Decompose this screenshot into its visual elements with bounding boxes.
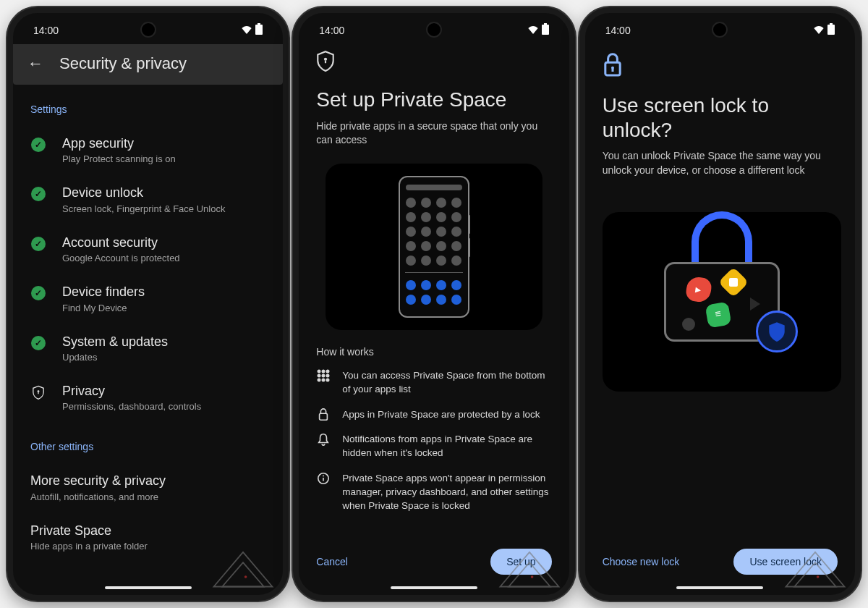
setting-title: More security & privacy bbox=[30, 473, 166, 489]
setting-row-device-finders[interactable]: ✓ Device finders Find My Device bbox=[30, 274, 265, 323]
setting-subtitle: Find My Device bbox=[62, 303, 145, 313]
how-text: Apps in Private Space are protected by a… bbox=[342, 408, 540, 422]
svg-point-23 bbox=[323, 476, 324, 477]
setting-title: Private Space bbox=[30, 523, 148, 539]
section-label-other: Other settings bbox=[30, 441, 265, 452]
setting-title: Privacy bbox=[62, 383, 201, 400]
check-icon: ✓ bbox=[30, 137, 46, 153]
setting-subtitle: Permissions, dashboard, controls bbox=[62, 401, 201, 412]
battery-icon bbox=[255, 23, 263, 37]
app-blob-green bbox=[705, 302, 731, 329]
check-icon: ✓ bbox=[30, 236, 46, 252]
svg-point-9 bbox=[324, 58, 327, 61]
battery-icon bbox=[827, 23, 835, 37]
how-row-protected-lock: Apps in Private Space are protected by a… bbox=[316, 408, 551, 422]
nav-handle[interactable] bbox=[676, 586, 763, 589]
svg-point-17 bbox=[318, 379, 320, 381]
how-row-permission-info: Private Space apps won't appear in permi… bbox=[316, 472, 551, 513]
svg-rect-8 bbox=[544, 23, 547, 25]
page-title: Set up Private Space bbox=[316, 88, 551, 112]
shield-icon bbox=[30, 384, 46, 400]
choose-new-lock-button[interactable]: Choose new lock bbox=[603, 556, 680, 567]
svg-rect-20 bbox=[320, 413, 328, 420]
phone-security-privacy: 14:00 ← Security & privacy Settings ✓ Ap… bbox=[7, 7, 289, 601]
svg-point-16 bbox=[327, 374, 329, 376]
setting-row-private-space[interactable]: Private Space Hide apps in a private fol… bbox=[30, 512, 265, 562]
camera-notch bbox=[712, 22, 728, 38]
svg-rect-0 bbox=[255, 25, 263, 35]
check-icon: ✓ bbox=[30, 285, 46, 301]
bottom-action-bar: Cancel Set up bbox=[316, 536, 551, 583]
use-screen-lock-button[interactable]: Use screen lock bbox=[733, 549, 838, 575]
setting-title: System & updates bbox=[62, 334, 168, 350]
shield-badge-icon bbox=[756, 311, 798, 352]
page-lead: You can unlock Private Space the same wa… bbox=[603, 149, 838, 177]
setting-title: Account security bbox=[62, 235, 180, 251]
setting-title: App security bbox=[62, 135, 176, 152]
check-icon: ✓ bbox=[30, 186, 46, 202]
setting-subtitle: Hide apps in a private folder bbox=[30, 541, 148, 552]
svg-point-11 bbox=[318, 370, 320, 372]
setting-subtitle: Screen lock, Fingerprint & Face Unlock bbox=[62, 203, 225, 214]
svg-rect-27 bbox=[827, 25, 835, 35]
page-title: Use screen lock to unlock? bbox=[603, 93, 838, 142]
setting-row-privacy[interactable]: Privacy Permissions, dashboard, controls bbox=[30, 373, 265, 422]
svg-rect-28 bbox=[830, 23, 833, 25]
svg-point-14 bbox=[318, 374, 320, 376]
app-blob-yellow bbox=[718, 267, 748, 297]
setting-subtitle: Autofill, notifications, and more bbox=[30, 491, 166, 502]
triangle-graphic bbox=[750, 297, 760, 311]
nav-handle[interactable] bbox=[105, 586, 192, 589]
svg-point-12 bbox=[323, 370, 325, 372]
camera-notch bbox=[140, 22, 156, 38]
wifi-icon bbox=[241, 25, 252, 36]
page-title: Security & privacy bbox=[59, 54, 187, 73]
lock-body-graphic bbox=[664, 262, 780, 342]
mini-phone-graphic bbox=[399, 176, 469, 318]
wifi-icon bbox=[813, 25, 825, 36]
svg-point-2 bbox=[38, 390, 40, 392]
setting-row-app-security[interactable]: ✓ App security Play Protect scanning is … bbox=[30, 125, 265, 174]
status-icons bbox=[527, 23, 549, 37]
how-text: Private Space apps won't appear in permi… bbox=[342, 472, 551, 513]
how-text: Notifications from apps in Private Space… bbox=[342, 433, 551, 460]
status-icons bbox=[813, 23, 835, 37]
section-label-settings: Settings bbox=[30, 104, 265, 115]
svg-point-19 bbox=[327, 379, 329, 381]
svg-point-13 bbox=[327, 370, 329, 372]
setting-subtitle: Updates bbox=[62, 352, 168, 363]
svg-rect-7 bbox=[542, 25, 549, 35]
how-row-apps-list: You can access Private Space from the bo… bbox=[316, 369, 551, 397]
setting-row-system-updates[interactable]: ✓ System & updates Updates bbox=[30, 324, 265, 373]
page-lead: Hide private apps in a secure space that… bbox=[316, 119, 551, 148]
app-blob-red bbox=[684, 276, 712, 303]
setting-row-account-security[interactable]: ✓ Account security Google Account is pro… bbox=[30, 224, 265, 274]
status-time: 14:00 bbox=[605, 25, 631, 36]
illustration-lock bbox=[603, 212, 841, 392]
cancel-button[interactable]: Cancel bbox=[316, 556, 348, 567]
app-blob-grey bbox=[682, 318, 695, 331]
setting-subtitle: Google Account is protected bbox=[62, 253, 180, 263]
setting-row-device-unlock[interactable]: ✓ Device unlock Screen lock, Fingerprint… bbox=[30, 174, 265, 224]
setup-button[interactable]: Set up bbox=[490, 549, 551, 575]
lock-hero-icon bbox=[603, 53, 838, 80]
svg-point-18 bbox=[323, 379, 325, 381]
nav-handle[interactable] bbox=[391, 586, 477, 589]
status-time: 14:00 bbox=[33, 25, 59, 36]
check-icon: ✓ bbox=[30, 335, 46, 351]
phone-use-screen-lock: 14:00 Use screen lock to unlock? You can… bbox=[579, 7, 861, 601]
page-header: ← Security & privacy bbox=[13, 44, 283, 85]
status-icons bbox=[241, 23, 263, 37]
bell-icon bbox=[316, 433, 331, 460]
how-text: You can access Private Space from the bo… bbox=[342, 369, 551, 397]
status-time: 14:00 bbox=[319, 25, 344, 36]
phone-setup-private-space: 14:00 Set up Private Space Hide private … bbox=[293, 7, 574, 601]
setting-title: Device unlock bbox=[62, 185, 225, 201]
setting-row-more-security-privacy[interactable]: More security & privacy Autofill, notifi… bbox=[30, 463, 265, 512]
wifi-icon bbox=[527, 25, 539, 36]
lock-icon bbox=[316, 408, 331, 422]
svg-rect-1 bbox=[258, 23, 260, 25]
illustration-private-space bbox=[326, 164, 542, 330]
back-arrow-icon[interactable]: ← bbox=[27, 54, 43, 73]
info-icon bbox=[316, 472, 331, 513]
